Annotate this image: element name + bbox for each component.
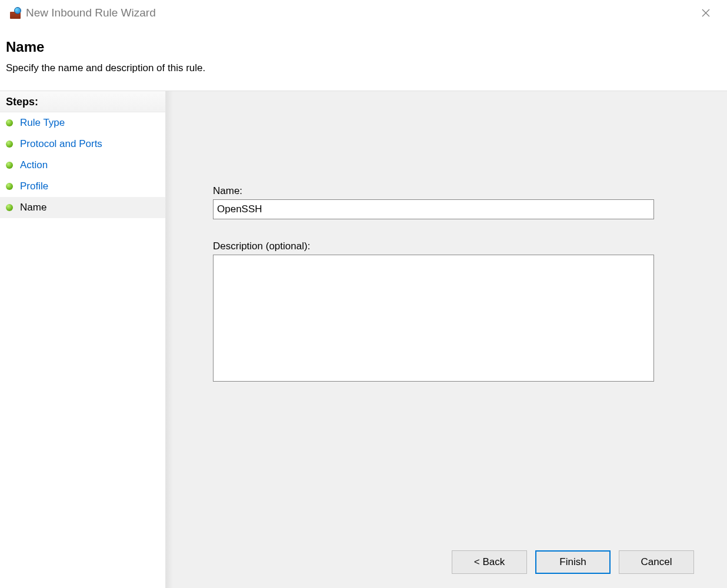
close-button[interactable] <box>694 4 718 22</box>
description-input[interactable] <box>213 255 654 382</box>
step-label: Name <box>20 202 46 213</box>
bullet-icon <box>6 119 13 126</box>
main-panel: Name: Description (optional): < Back Fin… <box>166 91 727 588</box>
bullet-icon <box>6 162 13 169</box>
wizard-button-row: < Back Finish Cancel <box>452 550 694 574</box>
step-label: Profile <box>20 181 48 192</box>
bullet-icon <box>6 183 13 190</box>
bullet-icon <box>6 141 13 148</box>
header-area: Name Specify the name and description of… <box>0 26 727 91</box>
step-label: Protocol and Ports <box>20 138 102 150</box>
step-label: Rule Type <box>20 117 65 129</box>
finish-button[interactable]: Finish <box>535 550 611 574</box>
step-protocol-and-ports[interactable]: Protocol and Ports <box>0 133 165 155</box>
window-title: New Inbound Rule Wizard <box>26 6 156 19</box>
page-subtitle: Specify the name and description of this… <box>6 62 721 74</box>
step-rule-type[interactable]: Rule Type <box>0 112 165 133</box>
back-button[interactable]: < Back <box>452 550 527 574</box>
step-label: Action <box>20 159 48 171</box>
titlebar: New Inbound Rule Wizard <box>0 0 727 26</box>
steps-heading: Steps: <box>0 91 165 112</box>
step-action[interactable]: Action <box>0 155 165 176</box>
bullet-icon <box>6 204 13 211</box>
firewall-wizard-icon <box>9 7 21 19</box>
step-name[interactable]: Name <box>0 197 165 218</box>
close-icon <box>702 9 710 17</box>
steps-sidebar: Steps: Rule Type Protocol and Ports Acti… <box>0 91 166 588</box>
cancel-button[interactable]: Cancel <box>619 550 694 574</box>
name-label: Name: <box>213 185 654 197</box>
step-profile[interactable]: Profile <box>0 176 165 197</box>
description-label: Description (optional): <box>213 240 654 252</box>
name-input[interactable] <box>213 199 654 219</box>
page-title: Name <box>6 39 721 55</box>
